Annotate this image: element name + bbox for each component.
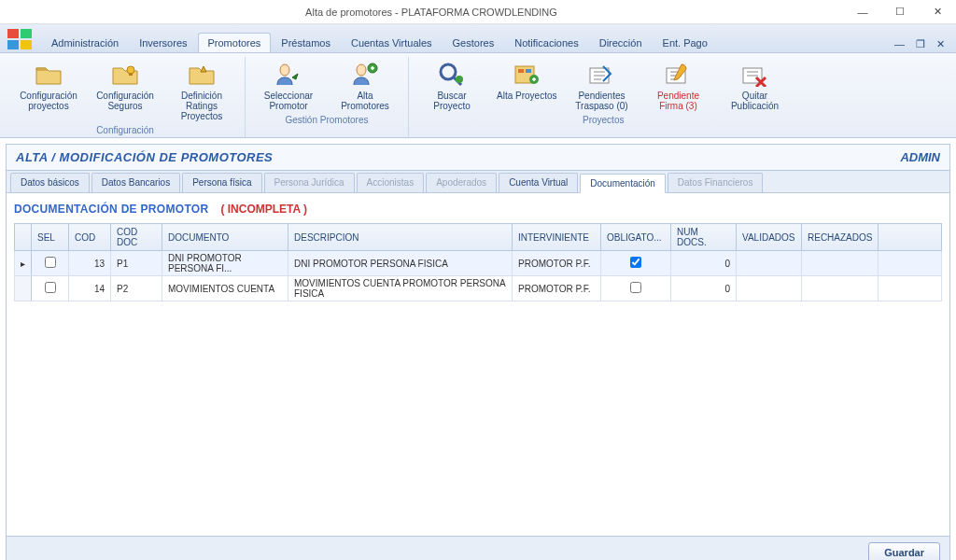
tabbar: Datos básicosDatos BancariosPersona físi… — [7, 171, 949, 193]
grid-header[interactable]: COD — [69, 224, 111, 251]
minimize-button[interactable]: — — [844, 0, 881, 24]
ribbon-button[interactable]: Configuración Seguros — [88, 57, 162, 123]
ribbon-icon — [739, 59, 769, 89]
panel-footer: Guardar — [7, 536, 949, 560]
grid-header[interactable]: COD DOC — [111, 224, 162, 251]
svg-rect-5 — [129, 73, 133, 76]
sel-checkbox[interactable] — [45, 282, 56, 293]
menu-item-administraci-n[interactable]: Administración — [41, 33, 129, 52]
grid-cell: 14 — [69, 276, 111, 301]
content-area: ALTA / MODIFICACIÓN DE PROMOTORES ADMIN … — [0, 138, 956, 560]
grid-cell — [737, 251, 802, 276]
panel-header: ALTA / MODIFICACIÓN DE PROMOTORES ADMIN — [7, 145, 949, 171]
menu-item-promotores[interactable]: Promotores — [198, 33, 272, 52]
ribbon-button[interactable]: Alta Promotores — [328, 57, 402, 113]
menu-item-inversores[interactable]: Inversores — [129, 33, 197, 52]
grid-cell: P2 — [111, 276, 162, 301]
ribbon-label: Definición Ratings Proyectos — [170, 91, 233, 121]
grid-cell: MOVIMIENTOS CUENTA — [162, 276, 288, 301]
grid-header[interactable]: RECHAZADOS — [802, 224, 879, 251]
ribbon-icon — [437, 59, 467, 89]
table-row[interactable]: ▸13P1DNI PROMOTOR PERSONA FI...DNI PROMO… — [15, 251, 942, 276]
obligatorio-checkbox[interactable] — [630, 257, 641, 268]
tab-persona-f-sica[interactable]: Persona física — [182, 173, 261, 192]
ribbon-button[interactable]: Buscar Proyecto — [415, 57, 489, 113]
grid-cell — [737, 276, 802, 301]
titlebar: Alta de promotores - PLATAFORMA CROWDLEN… — [0, 0, 956, 24]
section-title-label: DOCUMENTACIÓN DE PROMOTOR — [14, 203, 208, 216]
panel-title: ALTA / MODIFICACIÓN DE PROMOTORES — [16, 150, 273, 164]
ribbon-button[interactable]: Seleccionar Promotor — [251, 57, 326, 113]
grid-cell — [879, 276, 942, 301]
section-status: ( INCOMPLETA ) — [220, 203, 307, 216]
svg-point-4 — [127, 66, 134, 74]
ribbon-button[interactable]: Alta Proyectos — [491, 57, 562, 113]
menu-item-pr-stamos[interactable]: Préstamos — [271, 33, 341, 52]
sel-checkbox[interactable] — [45, 257, 56, 268]
grid-header[interactable] — [15, 224, 32, 251]
grid-cell: ▸ — [15, 251, 32, 276]
ribbon-label: Configuración proyectos — [17, 91, 80, 111]
ribbon-icon — [350, 59, 380, 89]
ribbon-button[interactable]: Quitar Publicación — [717, 57, 792, 113]
grid-header[interactable]: INTERVINIENTE — [513, 224, 601, 251]
ribbon-group-name: Configuración — [96, 123, 154, 137]
inner-close-icon[interactable]: ✕ — [933, 36, 949, 52]
tab-cuenta-virtual[interactable]: Cuenta Virtual — [499, 173, 578, 192]
svg-rect-1 — [21, 29, 32, 38]
svg-rect-12 — [518, 69, 524, 73]
ribbon-label: Alta Promotores — [333, 91, 397, 111]
grid-header[interactable] — [879, 224, 942, 251]
tab-persona-jur-dica: Persona Jurídica — [264, 173, 355, 192]
ribbon-icon — [187, 59, 217, 89]
grid-header[interactable]: SEL — [32, 224, 69, 251]
ribbon-group: Configuración proyectosConfiguración Seg… — [6, 57, 246, 137]
svg-point-7 — [357, 64, 366, 76]
menu-item-ent-pago[interactable]: Ent. Pago — [653, 33, 718, 52]
menu-item-gestores[interactable]: Gestores — [443, 33, 505, 52]
grid-cell: 0 — [671, 276, 737, 301]
svg-rect-0 — [7, 29, 19, 38]
menu-item-notificaciones[interactable]: Notificaciones — [504, 33, 588, 52]
documents-grid[interactable]: SELCODCOD DOCDOCUMENTODESCRIPCIONINTERVI… — [14, 223, 942, 301]
grid-header[interactable]: VALIDADOS — [737, 224, 802, 251]
ribbon-icon — [512, 59, 541, 89]
tab-apoderados: Apoderados — [426, 173, 497, 192]
obligatorio-checkbox[interactable] — [630, 282, 641, 293]
ribbon-label: Seleccionar Promotor — [257, 91, 320, 111]
grid-header[interactable]: DOCUMENTO — [162, 224, 288, 251]
app-logo-icon[interactable] — [4, 26, 35, 52]
grid-header[interactable]: OBLIGATO... — [601, 224, 671, 251]
grid-header[interactable]: DESCRIPCION — [288, 224, 513, 251]
ribbon-button[interactable]: Configuración proyectos — [11, 57, 86, 123]
tab-datos-bancarios[interactable]: Datos Bancarios — [91, 173, 180, 192]
save-button[interactable]: Guardar — [868, 542, 940, 560]
svg-point-10 — [456, 76, 463, 83]
svg-rect-13 — [526, 69, 531, 73]
maximize-button[interactable]: ☐ — [881, 0, 919, 24]
ribbon-label: Pendiente Firma (3) — [646, 91, 710, 111]
tab-documentaci-n[interactable]: Documentación — [580, 174, 665, 193]
tab-datos-financieros: Datos Financieros — [668, 173, 764, 192]
ribbon-group: Seleccionar PromotorAlta PromotoresGesti… — [246, 57, 409, 137]
ribbon-button[interactable]: Pendientes Traspaso (0) — [564, 57, 639, 113]
close-button[interactable]: ✕ — [919, 0, 956, 24]
ribbon-icon — [34, 59, 63, 89]
ribbon: Configuración proyectosConfiguración Seg… — [0, 53, 956, 138]
grid-cell: MOVIMIENTOS CUENTA PROMOTOR PERSONA FISI… — [288, 276, 513, 301]
ribbon-button[interactable]: Definición Ratings Proyectos — [164, 57, 239, 123]
grid-header[interactable]: NUM DOCS. — [671, 224, 737, 251]
inner-minimize-icon[interactable]: — — [891, 36, 908, 52]
ribbon-group-name: Proyectos — [583, 113, 624, 127]
tab-datos-b-sicos[interactable]: Datos básicos — [10, 173, 90, 192]
ribbon-icon — [586, 59, 616, 89]
menu-item-cuentas-virtuales[interactable]: Cuentas Virtuales — [341, 33, 443, 52]
ribbon-button[interactable]: Pendiente Firma (3) — [640, 57, 715, 113]
menu-item-direcci-n[interactable]: Dirección — [589, 33, 653, 52]
table-row[interactable]: 14P2MOVIMIENTOS CUENTAMOVIMIENTOS CUENTA… — [15, 276, 942, 301]
inner-restore-icon[interactable]: ❐ — [912, 36, 929, 52]
ribbon-label: Configuración Seguros — [93, 91, 157, 111]
grid-cell — [32, 251, 69, 276]
ribbon-icon — [274, 59, 303, 89]
menubar-wrap: AdministraciónInversoresPromotoresPrésta… — [0, 24, 956, 53]
